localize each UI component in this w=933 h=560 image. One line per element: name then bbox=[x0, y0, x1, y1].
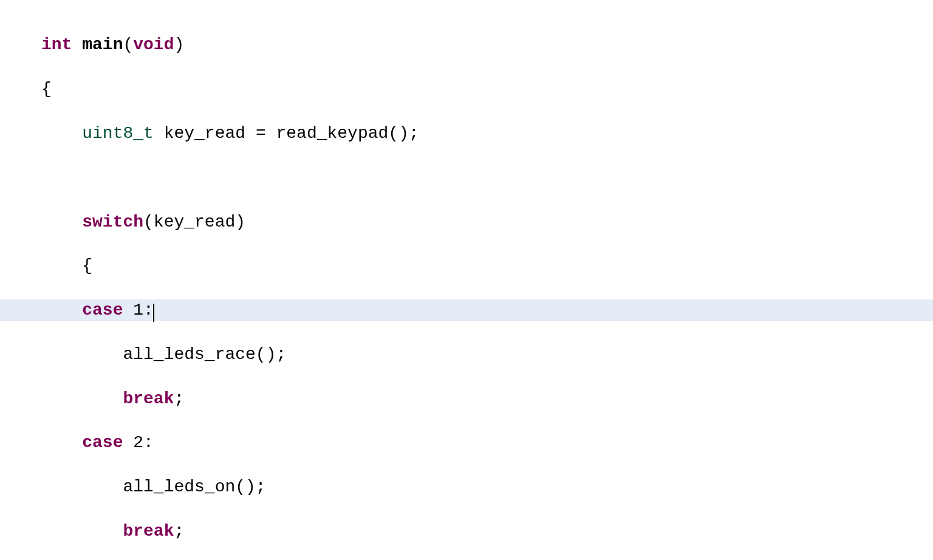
code-line-6: { bbox=[0, 255, 933, 277]
code-line-3: uint8_t key_read = read_keypad(); bbox=[0, 123, 933, 145]
code-line-12: break; bbox=[0, 521, 933, 542]
code-line-blank-1 bbox=[0, 167, 933, 189]
keyword-break: break bbox=[123, 522, 174, 541]
function-main: main bbox=[82, 35, 123, 54]
text-cursor bbox=[153, 304, 154, 322]
keyword-case: case bbox=[82, 301, 123, 319]
keyword-void: void bbox=[133, 35, 174, 54]
type-uint8: uint8_t bbox=[82, 124, 154, 143]
keyword-break: break bbox=[123, 389, 174, 408]
keyword-switch: switch bbox=[82, 213, 143, 231]
code-line-7-highlighted: case 1: bbox=[0, 299, 933, 321]
code-line-10: case 2: bbox=[0, 432, 933, 454]
keyword-int: int bbox=[41, 35, 72, 54]
keyword-case: case bbox=[82, 433, 123, 452]
code-line-1: int main(void) bbox=[0, 34, 933, 56]
code-line-8: all_leds_race(); bbox=[0, 344, 933, 366]
code-line-2: { bbox=[0, 78, 933, 100]
code-line-9: break; bbox=[0, 388, 933, 410]
code-line-11: all_leds_on(); bbox=[0, 476, 933, 498]
code-line-5: switch(key_read) bbox=[0, 211, 933, 233]
code-block: int main(void) { uint8_t key_read = read… bbox=[0, 12, 933, 560]
